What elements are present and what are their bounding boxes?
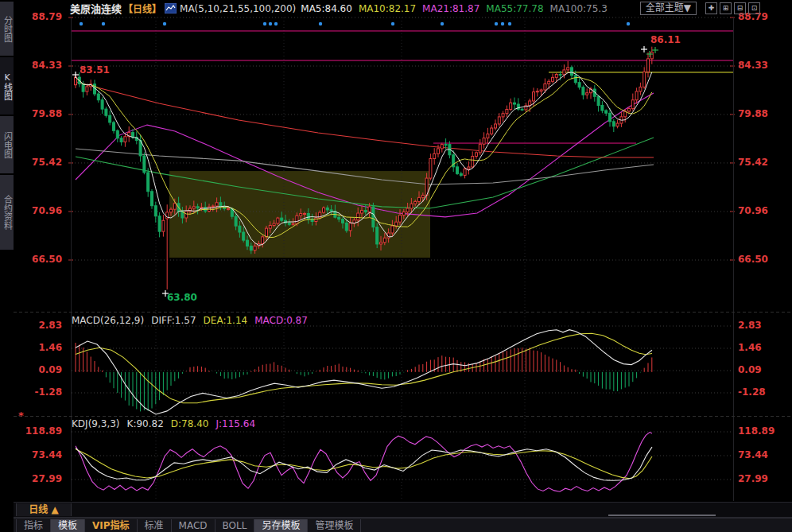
macd-diff-line <box>76 330 652 414</box>
left-sidebar: 分时图 K线图 闪电图 合约资料 <box>0 0 14 532</box>
signal-dot <box>80 22 83 25</box>
signal-dot <box>269 22 272 25</box>
macd-params-label: MACD(26,12,9) <box>72 315 144 326</box>
sidebar-item-flash-chart[interactable]: 闪电图 <box>0 116 14 173</box>
kdj-j-line <box>76 433 652 492</box>
ma100-value: MA100:75.3 <box>550 3 608 14</box>
signal-dot <box>274 22 278 25</box>
period-toggle-button[interactable]: 日线 ▲ <box>16 503 72 516</box>
signal-dot <box>319 22 322 25</box>
macd-dea-value: DEA:1.14 <box>204 315 248 326</box>
period-badge: 【日线】 <box>123 2 161 15</box>
chart-header: 美原油连续 【日线】 MA(5,10,21,55,100,200) MA5:84… <box>70 0 789 17</box>
kdj-params-label: KDJ(9,3,3) <box>72 418 120 429</box>
signal-dot <box>102 22 105 25</box>
signal-dot <box>441 22 444 25</box>
tab-standard[interactable]: 标准 <box>138 519 172 532</box>
tab-templates[interactable]: 模板 <box>51 519 85 532</box>
macd-pane-header: MACD(26,12,9)DIFF:1.57DEA:1.14MACD:0.87 <box>72 315 315 326</box>
pane-add-icon[interactable]: ⊡ <box>748 2 760 14</box>
sidebar-item-label: 合约资料 <box>1 195 14 230</box>
kdj-k-value: K:90.82 <box>127 418 164 429</box>
price-chart[interactable] <box>0 0 792 532</box>
tab-indicators[interactable]: 指标 <box>16 519 51 532</box>
macd-diff-value: DIFF:1.57 <box>151 315 196 326</box>
macd-dea-line <box>76 333 652 403</box>
theme-dropdown[interactable]: 全部主题▼ <box>640 2 697 15</box>
ma-line-ma200 <box>76 82 654 157</box>
signal-dot <box>163 22 166 25</box>
ma21-value: MA21:81.87 <box>422 3 479 14</box>
ma-settings-label: MA(5,10,21,55,100,200) <box>180 3 296 14</box>
symbol-title: 美原油连续 <box>70 1 122 16</box>
scrollbar-thumb[interactable] <box>608 515 716 516</box>
ma10-value: MA10:82.17 <box>359 3 416 14</box>
ma55-value: MA55:77.78 <box>486 3 543 14</box>
crosshair-tool-icon[interactable]: ✚ <box>705 2 717 14</box>
tab-vip-indicators[interactable]: VIP指标 <box>85 519 138 532</box>
kline-mini-icon[interactable] <box>165 3 177 14</box>
trading-app-window: 88.7988.7984.3384.3379.8879.8875.4275.42… <box>0 0 792 532</box>
date-axis-row: 日线 ▲ <box>14 502 792 518</box>
kdj-j-value: J:115.64 <box>215 418 255 429</box>
signal-dot <box>501 22 504 25</box>
tab-manage-templates[interactable]: 管理模板 <box>308 519 361 532</box>
sidebar-item-contract-info[interactable]: 合约资料 <box>0 175 14 250</box>
kdj-pane-header: KDJ(9,3,3)K:90.82D:78.40J:115.64 <box>72 418 262 429</box>
pane-split-icon[interactable]: ⊟ <box>734 2 746 14</box>
bottom-tab-bar: 指标 模板 VIP指标 标准 MACD BOLL 另存模板 管理模板 <box>0 518 792 532</box>
sidebar-item-label: 闪电图 <box>1 132 14 158</box>
sidebar-item-time-chart[interactable]: 分时图 <box>0 2 14 56</box>
tab-boll[interactable]: BOLL <box>215 519 255 532</box>
tab-save-template[interactable]: 另存模板 <box>254 519 308 532</box>
pane-grid-icon[interactable]: ⊞ <box>720 2 732 14</box>
signal-dot <box>627 22 630 25</box>
signal-dot <box>391 22 394 25</box>
signal-dot <box>508 22 511 25</box>
signal-dot <box>495 22 498 25</box>
pane-marker-icon: * <box>18 412 24 420</box>
sidebar-item-label: 分时图 <box>1 16 14 42</box>
tab-macd[interactable]: MACD <box>172 519 215 532</box>
signal-dot <box>263 22 266 25</box>
kdj-d-value: D:78.40 <box>171 418 209 429</box>
sidebar-item-label: K线图 <box>1 72 14 100</box>
sidebar-item-kline-chart[interactable]: K线图 <box>0 57 14 115</box>
macd-macd-value: MACD:0.87 <box>254 315 308 326</box>
ma5-value: MA5:84.60 <box>301 3 352 14</box>
